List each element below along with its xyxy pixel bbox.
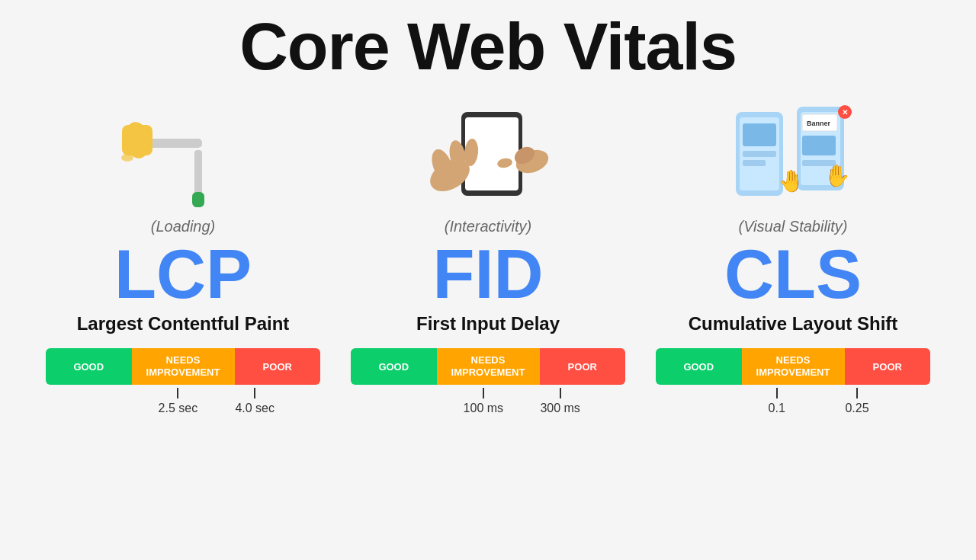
fid-bar-needs: NEEDSIMPROVEMENT (437, 348, 540, 385)
fid-marker1-line (483, 388, 484, 398)
svg-text:✕: ✕ (842, 108, 848, 117)
lcp-marker1-line (177, 388, 178, 398)
metrics-row: (Loading) LCP Largest Contentful Paint G… (0, 93, 976, 560)
svg-rect-4 (122, 125, 152, 155)
svg-rect-20 (743, 160, 766, 166)
cls-bar-needs: NEEDSIMPROVEMENT (742, 348, 845, 385)
cls-icon: Banner ✕ 🤚 🤚 (724, 93, 862, 215)
lcp-bar-good: GOOD (46, 348, 132, 385)
fid-category: (Interactivity) (445, 218, 531, 235)
svg-rect-18 (743, 123, 776, 146)
cls-marker1-label: 0.1 (769, 402, 785, 415)
cls-marker2-label: 0.25 (845, 402, 868, 415)
fid-bar-good: GOOD (351, 348, 437, 385)
fid-marker1: 100 ms (464, 388, 503, 415)
fid-marker1-label: 100 ms (464, 402, 503, 415)
cls-category: (Visual Stability) (738, 218, 847, 235)
cls-marker1-line (776, 388, 778, 398)
lcp-bar-container: GOOD NEEDSIMPROVEMENT POOR 2.5 sec 4.0 s… (46, 348, 320, 418)
svg-text:Banner: Banner (807, 120, 831, 127)
fid-card: (Interactivity) FID First Input Delay GO… (343, 93, 633, 560)
lcp-bar-poor: POOR (235, 348, 321, 385)
lcp-card: (Loading) LCP Largest Contentful Paint G… (38, 93, 328, 560)
lcp-category: (Loading) (151, 218, 216, 235)
lcp-marker1: 2.5 sec (159, 388, 198, 415)
cls-abbr: CLS (724, 240, 862, 309)
lcp-marker1-label: 2.5 sec (159, 402, 198, 415)
svg-text:🤚: 🤚 (824, 163, 850, 188)
cls-bar-good: GOOD (656, 348, 742, 385)
fid-marker2-line (560, 388, 561, 398)
cls-marker2: 0.25 (845, 388, 868, 415)
lcp-markers: 2.5 sec 4.0 sec (46, 388, 320, 418)
svg-point-6 (121, 154, 133, 162)
fid-icon (419, 93, 557, 215)
cls-bar: GOOD NEEDSIMPROVEMENT POOR (656, 348, 930, 385)
svg-rect-19 (743, 151, 776, 157)
fid-abbr: FID (433, 240, 544, 309)
lcp-marker2-line (254, 388, 255, 398)
lcp-marker2-label: 4.0 sec (235, 402, 274, 415)
cls-marker1: 0.1 (769, 388, 785, 415)
cls-bar-container: GOOD NEEDSIMPROVEMENT POOR 0.1 0.25 (656, 348, 930, 418)
cls-card: Banner ✕ 🤚 🤚 (Visual Stability) CLS Cumu… (648, 93, 938, 560)
cls-markers: 0.1 0.25 (656, 388, 930, 418)
svg-rect-5 (192, 192, 204, 207)
fid-marker2-label: 300 ms (540, 402, 580, 415)
cls-marker2-line (856, 388, 858, 398)
lcp-bar-needs: NEEDSIMPROVEMENT (132, 348, 235, 385)
fid-markers: 100 ms 300 ms (351, 388, 625, 418)
cls-bar-poor: POOR (845, 348, 931, 385)
lcp-marker2: 4.0 sec (235, 388, 274, 415)
page-title: Core Web Vitals (239, 8, 737, 85)
svg-rect-27 (802, 136, 836, 155)
fid-bar-container: GOOD NEEDSIMPROVEMENT POOR 100 ms 300 ms (351, 348, 625, 418)
lcp-abbr: LCP (114, 240, 252, 309)
lcp-bar: GOOD NEEDSIMPROVEMENT POOR (46, 348, 320, 385)
fid-bar: GOOD NEEDSIMPROVEMENT POOR (351, 348, 625, 385)
fid-name: First Input Delay (416, 313, 560, 334)
cls-name: Cumulative Layout Shift (689, 313, 898, 334)
svg-text:🤚: 🤚 (778, 168, 804, 194)
lcp-name: Largest Contentful Paint (77, 313, 290, 334)
fid-marker2: 300 ms (540, 388, 580, 415)
lcp-icon (114, 93, 252, 215)
fid-bar-poor: POOR (540, 348, 626, 385)
